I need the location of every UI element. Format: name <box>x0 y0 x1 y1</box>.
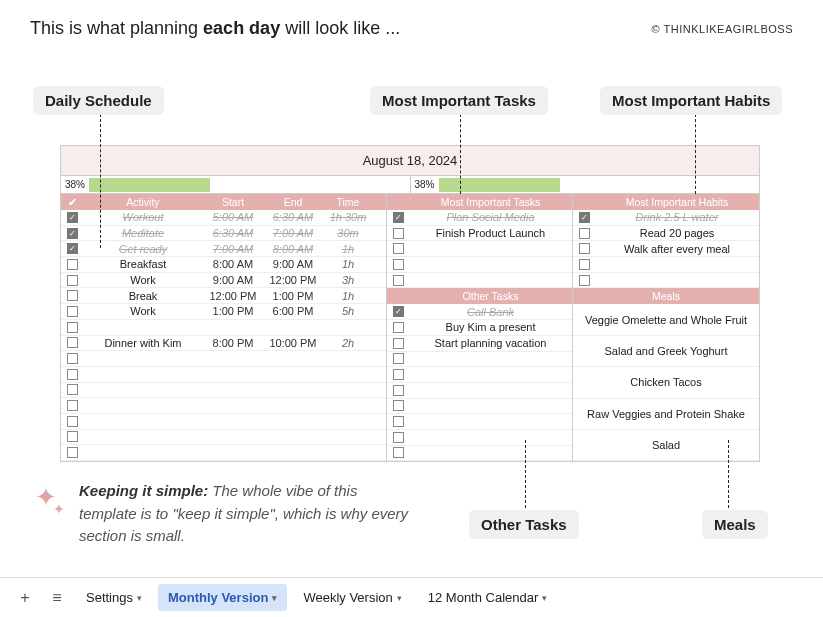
duration-cell: 5h <box>323 305 373 317</box>
checkbox[interactable] <box>579 228 590 239</box>
footer-note: ✦✦ Keeping it simple: The whole vibe of … <box>35 480 415 548</box>
sheet-tabs-bar: + ≡ Settings▾ Monthly Version▾ Weekly Ve… <box>0 577 823 617</box>
all-sheets-icon[interactable]: ≡ <box>44 589 70 607</box>
checkbox[interactable] <box>393 432 404 443</box>
checkbox[interactable] <box>393 447 404 458</box>
checkbox[interactable] <box>67 290 78 301</box>
activity-cell[interactable]: Work <box>83 274 203 286</box>
checkbox[interactable] <box>579 259 590 270</box>
start-cell[interactable]: 12:00 PM <box>203 290 263 302</box>
checkbox[interactable] <box>67 369 78 380</box>
checkbox[interactable] <box>393 322 404 333</box>
end-cell[interactable]: 12:00 PM <box>263 274 323 286</box>
checkbox[interactable] <box>67 416 78 427</box>
checkbox[interactable] <box>393 416 404 427</box>
checkbox[interactable] <box>67 275 78 286</box>
activity-cell[interactable]: Dinner with Kim <box>83 337 203 349</box>
checkbox[interactable] <box>67 400 78 411</box>
activity-cell[interactable]: Work <box>83 305 203 317</box>
duration-cell: 30m <box>323 227 373 239</box>
checkbox[interactable] <box>393 228 404 239</box>
start-cell[interactable]: 7:00 AM <box>203 243 263 255</box>
checkbox[interactable] <box>393 338 404 349</box>
meal-row[interactable]: Chicken Tacos <box>573 367 759 398</box>
end-cell[interactable]: 6:00 PM <box>263 305 323 317</box>
add-sheet-icon[interactable]: + <box>12 589 38 607</box>
habits-meals-column: Most Important Habits ✓ Drink 2.5 L wate… <box>573 194 759 461</box>
schedule-row <box>61 383 386 399</box>
other-task-row <box>387 399 572 415</box>
checkbox[interactable] <box>67 353 78 364</box>
important-task-text[interactable]: Plan Social Media <box>409 211 572 223</box>
other-task-text[interactable]: Start planning vacation <box>409 337 572 349</box>
end-cell[interactable]: 6:30 AM <box>263 211 323 223</box>
important-task-text[interactable]: Finish Product Launch <box>409 227 572 239</box>
progress-percent-right: 38% <box>411 179 439 190</box>
checkbox[interactable]: ✓ <box>67 243 78 254</box>
checkbox[interactable] <box>393 400 404 411</box>
end-cell[interactable]: 1:00 PM <box>263 290 323 302</box>
checkbox[interactable] <box>67 431 78 442</box>
start-cell[interactable]: 1:00 PM <box>203 305 263 317</box>
checkbox[interactable]: ✓ <box>579 212 590 223</box>
meal-row[interactable]: Veggie Omelette and Whole Fruit <box>573 304 759 335</box>
start-cell[interactable]: 8:00 AM <box>203 258 263 270</box>
checkbox[interactable] <box>67 337 78 348</box>
activity-cell[interactable]: Workout <box>83 211 203 223</box>
checkbox[interactable] <box>67 447 78 458</box>
activity-cell[interactable]: Breakfast <box>83 258 203 270</box>
important-habit-text[interactable]: Read 20 pages <box>595 227 759 239</box>
checkbox[interactable] <box>393 369 404 380</box>
schedule-row <box>61 320 386 336</box>
activity-cell[interactable]: Meditate <box>83 227 203 239</box>
checkbox[interactable] <box>67 322 78 333</box>
checkbox[interactable] <box>67 384 78 395</box>
tab-settings[interactable]: Settings▾ <box>76 584 152 611</box>
tab-monthly-version[interactable]: Monthly Version▾ <box>158 584 287 611</box>
activity-cell[interactable]: Break <box>83 290 203 302</box>
end-cell[interactable]: 8:00 AM <box>263 243 323 255</box>
checkbox[interactable] <box>67 259 78 270</box>
meal-row[interactable]: Salad and Greek Yoghurt <box>573 336 759 367</box>
checkbox[interactable]: ✓ <box>393 306 404 317</box>
important-habit-row: Walk after every meal <box>573 241 759 257</box>
start-cell[interactable]: 9:00 AM <box>203 274 263 286</box>
important-task-row <box>387 273 572 289</box>
meal-row[interactable]: Salad <box>573 430 759 461</box>
checkbox[interactable] <box>579 275 590 286</box>
header-time: Time <box>323 196 373 208</box>
checkbox[interactable] <box>393 385 404 396</box>
header-mih: Most Important Habits <box>595 196 759 208</box>
callout-other-tasks: Other Tasks <box>469 510 579 539</box>
important-habit-text[interactable]: Walk after every meal <box>595 243 759 255</box>
checkbox[interactable] <box>393 275 404 286</box>
schedule-row: Work 9:00 AM 12:00 PM 3h <box>61 273 386 289</box>
checkbox[interactable]: ✓ <box>67 212 78 223</box>
end-cell[interactable]: 10:00 PM <box>263 337 323 349</box>
checkbox[interactable] <box>393 353 404 364</box>
page-title: This is what planning each day will look… <box>30 18 400 39</box>
checkbox[interactable] <box>393 243 404 254</box>
meal-row[interactable]: Raw Veggies and Protein Shake <box>573 399 759 430</box>
activity-cell[interactable]: Get ready <box>83 243 203 255</box>
other-task-text[interactable]: Buy Kim a present <box>409 321 572 333</box>
end-cell[interactable]: 7:00 AM <box>263 227 323 239</box>
sparkle-icon: ✦✦ <box>35 484 69 548</box>
tab-weekly-version[interactable]: Weekly Version▾ <box>293 584 411 611</box>
tab-12-month-calendar[interactable]: 12 Month Calendar▾ <box>418 584 558 611</box>
end-cell[interactable]: 9:00 AM <box>263 258 323 270</box>
checkbox[interactable] <box>393 259 404 270</box>
other-task-row <box>387 414 572 430</box>
schedule-row <box>61 351 386 367</box>
checkbox[interactable]: ✓ <box>393 212 404 223</box>
checkbox[interactable] <box>67 306 78 317</box>
checkbox[interactable]: ✓ <box>67 228 78 239</box>
start-cell[interactable]: 6:30 AM <box>203 227 263 239</box>
checkbox[interactable] <box>579 243 590 254</box>
important-habit-text[interactable]: Drink 2.5 L water <box>595 211 759 223</box>
other-task-text[interactable]: Call Bank <box>409 306 572 318</box>
progress-bar-left <box>89 178 210 192</box>
start-cell[interactable]: 5:00 AM <box>203 211 263 223</box>
important-habit-row: ✓ Drink 2.5 L water <box>573 210 759 226</box>
start-cell[interactable]: 8:00 PM <box>203 337 263 349</box>
